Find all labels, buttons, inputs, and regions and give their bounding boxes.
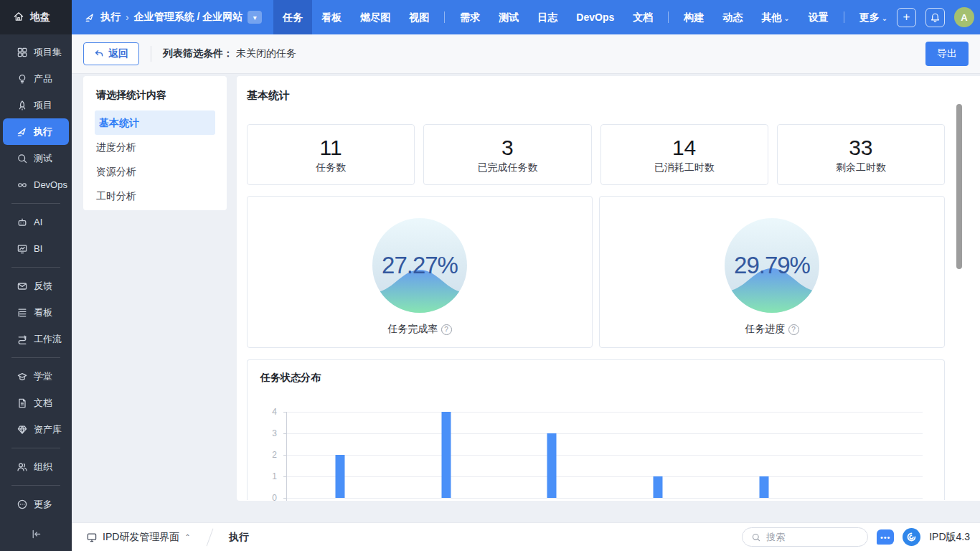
bottom-statusbar: IPD研发管理界面 ⌃ 执行 ••• IPD版4.3 bbox=[72, 522, 980, 551]
stat-value: 11 bbox=[320, 136, 342, 160]
nav-tab-other[interactable]: 其他⌄ bbox=[752, 0, 798, 34]
section-title: 基本统计 bbox=[247, 89, 980, 103]
nav-tab-build[interactable]: 构建 bbox=[674, 0, 713, 34]
sidebar-item-program[interactable]: 项目集 bbox=[3, 39, 69, 65]
sidebar-item-label: 项目 bbox=[34, 99, 52, 112]
gauge-card-completion-rate: 27.27% 任务完成率 ? bbox=[247, 196, 593, 348]
sidebar-item-label: 项目集 bbox=[34, 46, 62, 59]
vertical-scrollbar-thumb[interactable] bbox=[956, 104, 962, 269]
export-button[interactable]: 导出 bbox=[925, 42, 969, 66]
bell-icon bbox=[930, 12, 941, 23]
stat-cards-row: 11 任务数 3 已完成任务数 14 已消耗工时数 33 剩余工时数 bbox=[247, 124, 945, 185]
nav-tab-kanban[interactable]: 看板 bbox=[312, 0, 351, 34]
chart-title: 任务状态分布 bbox=[248, 360, 944, 385]
execution-dart-icon bbox=[16, 126, 28, 138]
chat-bubble-icon[interactable]: ••• bbox=[877, 529, 894, 545]
sidebar-item-kanban[interactable]: 看板 bbox=[3, 299, 69, 326]
nav-tab-devops[interactable]: DevOps bbox=[567, 0, 623, 34]
gauge-value: 27.27% bbox=[382, 252, 458, 279]
version-label: IPD版4.3 bbox=[929, 531, 970, 544]
sidebar-item-label: 更多 bbox=[34, 498, 52, 511]
sidebar-item-qa[interactable]: 测试 bbox=[3, 145, 69, 171]
bar-series-task-status[interactable] bbox=[335, 455, 344, 498]
bar-series-task-status[interactable] bbox=[547, 433, 557, 498]
y-tick-mark bbox=[283, 498, 287, 499]
sidebar-item-home[interactable]: 地盘 bbox=[0, 0, 72, 34]
help-question-icon[interactable]: ? bbox=[788, 324, 799, 335]
sidebar-item-label: 看板 bbox=[34, 306, 52, 319]
stat-value: 3 bbox=[501, 136, 514, 160]
breadcrumb-section[interactable]: 执行 bbox=[100, 11, 121, 24]
top-navbar: 执行 › 企业管理系统 / 企业网站 ▾ 任务 看板 燃尽图 视图 需求 测试 … bbox=[72, 0, 980, 34]
nav-tab-more[interactable]: 更多⌄ bbox=[850, 0, 897, 34]
breadcrumb[interactable]: 执行 › 企业管理系统 / 企业网站 ▾ bbox=[72, 11, 273, 24]
nav-divider bbox=[668, 11, 669, 23]
statusbar-right: ••• IPD版4.3 bbox=[742, 527, 970, 547]
help-question-icon[interactable]: ? bbox=[441, 324, 452, 335]
back-button[interactable]: 返回 bbox=[83, 42, 139, 65]
sidebar-item-product[interactable]: 产品 bbox=[3, 65, 69, 92]
bar-series-task-status[interactable] bbox=[653, 476, 662, 498]
app-switcher[interactable]: IPD研发管理界面 ⌃ bbox=[86, 531, 191, 544]
nav-tab-doc[interactable]: 文档 bbox=[623, 0, 662, 34]
search-input[interactable] bbox=[766, 532, 852, 542]
create-plus-button[interactable]: + bbox=[897, 8, 916, 27]
stats-nav-item-resource[interactable]: 资源分析 bbox=[95, 159, 215, 184]
global-search[interactable] bbox=[742, 527, 868, 547]
sidebar-divider bbox=[11, 357, 60, 358]
sidebar-item-bi[interactable]: BI bbox=[3, 235, 69, 262]
stat-label: 已完成任务数 bbox=[477, 161, 537, 174]
nav-tab-burndown[interactable]: 燃尽图 bbox=[351, 0, 400, 34]
sidebar-item-ai[interactable]: AI bbox=[3, 209, 69, 235]
more-ellipsis-icon bbox=[16, 498, 28, 510]
nav-tab-test[interactable]: 测试 bbox=[489, 0, 528, 34]
sidebar-item-feedback[interactable]: 反馈 bbox=[3, 273, 69, 299]
devops-infinity-icon bbox=[16, 179, 28, 191]
gauge-value: 29.79% bbox=[734, 252, 810, 279]
gauge-cards-row: 27.27% 任务完成率 ? 29.79% bbox=[247, 196, 945, 348]
nav-divider bbox=[844, 11, 844, 23]
stats-nav-title: 请选择统计内容 bbox=[83, 86, 227, 110]
gridline: 0 bbox=[287, 498, 923, 499]
gauge-card-task-progress: 29.79% 任务进度 ? bbox=[599, 196, 945, 348]
sidebar-item-tutoring[interactable]: 学堂 bbox=[3, 363, 69, 390]
stats-nav-panel: 请选择统计内容 基本统计 进度分析 资源分析 工时分析 bbox=[83, 76, 227, 210]
navbar-right-actions: + A bbox=[897, 7, 980, 27]
sidebar-item-label: DevOps bbox=[34, 179, 67, 190]
user-avatar[interactable]: A bbox=[954, 7, 974, 27]
project-switch-chevron-down-icon[interactable]: ▾ bbox=[248, 11, 262, 24]
nav-tab-dynamic[interactable]: 动态 bbox=[713, 0, 752, 34]
sidebar-collapse-button[interactable] bbox=[0, 528, 72, 542]
monitor-icon bbox=[86, 532, 98, 543]
sidebar-item-label: 工作流 bbox=[34, 333, 62, 346]
sidebar-item-more[interactable]: 更多 bbox=[3, 491, 69, 517]
stats-nav-item-workhour[interactable]: 工时分析 bbox=[95, 184, 215, 208]
nav-tab-story[interactable]: 需求 bbox=[451, 0, 489, 34]
bi-chart-icon bbox=[16, 242, 28, 255]
nav-tab-view[interactable]: 视图 bbox=[400, 0, 438, 34]
notification-bell-button[interactable] bbox=[925, 8, 945, 27]
bar-series-task-status[interactable] bbox=[759, 476, 768, 498]
sidebar-item-project[interactable]: 项目 bbox=[3, 92, 69, 118]
filter-value: 未关闭的任务 bbox=[236, 47, 296, 60]
stats-nav-item-progress[interactable]: 进度分析 bbox=[95, 135, 215, 159]
sidebar-item-admin[interactable]: 组织 bbox=[3, 453, 69, 480]
execution-dart-icon bbox=[85, 12, 95, 23]
sidebar-item-workflow[interactable]: 工作流 bbox=[3, 326, 69, 352]
bar-series-task-status[interactable] bbox=[441, 412, 451, 498]
task-status-chart-card: 任务状态分布 43210 bbox=[247, 359, 945, 500]
kanban-icon bbox=[16, 306, 28, 319]
sidebar-item-devops[interactable]: DevOps bbox=[3, 171, 69, 198]
product-bulb-icon bbox=[16, 72, 28, 85]
breadcrumb-project[interactable]: 企业管理系统 / 企业网站 bbox=[134, 11, 243, 24]
sidebar-item-assets[interactable]: 资产库 bbox=[3, 416, 69, 443]
stats-nav-item-basic[interactable]: 基本统计 bbox=[95, 110, 215, 135]
tutoring-icon bbox=[16, 370, 28, 382]
sidebar-item-doc[interactable]: 文档 bbox=[3, 390, 69, 416]
nav-tab-settings[interactable]: 设置 bbox=[799, 0, 838, 34]
nav-tab-task[interactable]: 任务 bbox=[273, 0, 312, 34]
statusbar-current-page[interactable]: 执行 bbox=[229, 531, 249, 544]
y-tick-mark bbox=[283, 412, 287, 413]
sidebar-item-execution[interactable]: 执行 bbox=[3, 118, 69, 145]
nav-tab-log[interactable]: 日志 bbox=[528, 0, 567, 34]
